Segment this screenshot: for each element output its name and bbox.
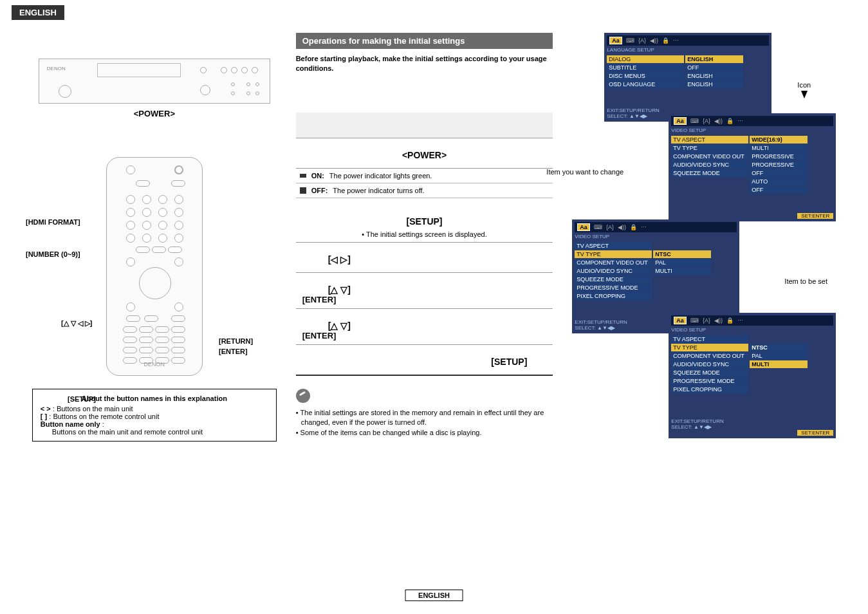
step-setup: [SETUP] • The initial settings screen is… [296,202,553,243]
osd-footer: EXIT:SETUP/RETURN SELECT: ▲▼◀▶ SET:ENTER [671,413,833,436]
remote-button [126,257,135,266]
remote-num [142,195,151,204]
remote-num [158,208,167,217]
device-display [97,63,181,77]
remote-button [174,208,183,217]
setup-right: [SETUP] [296,357,553,367]
off-icon [300,187,306,194]
osd-row: PIXEL CROPPING [575,292,737,300]
callout-number: [NUMBER (0~9)] [26,250,80,258]
osd-row: SQUEEZE MODEOFF [671,169,833,177]
about-sym: [ ] [41,413,47,420]
intro-text: Before starting playback, make the initi… [296,54,553,74]
remote-button [174,221,183,230]
ud-title: [△ ▽] [296,284,553,295]
power-on-row: ON: The power indicator lights green. [296,169,553,183]
remote-button [155,347,169,353]
remote-button [126,165,135,174]
left-column: DENON <POWER> [19,33,290,442]
osd-language-setup: Aa⌨{A}◀))🔒⋯ LANGUAGE SETUP DIALOGENGLISH… [604,33,771,122]
remote-button [171,337,185,343]
osd-row: COMPONENT VIDEO OUTPAL [575,259,737,266]
about-text: : Buttons on the remote control unit [49,413,159,420]
remote-button [126,302,135,312]
device-brand: DENON [47,66,66,71]
osd-row: OSD LANGUAGEENGLISH [607,80,769,88]
osd-row: PROGRESSIVE MODE [671,377,833,385]
remote-control: DENON [106,157,203,376]
osd-title: VIDEO SETUP [671,327,833,333]
osd-row: TV ASPECT [671,335,833,343]
remote-button [174,165,183,174]
about-sym: < > [41,405,51,413]
item-change-callout: Item you want to change [546,168,623,176]
setup-title: [SETUP] [296,216,553,227]
page-header: ENGLISH [12,5,64,20]
callout-enter: [ENTER] [219,348,248,355]
section-title: Operations for making the initial settin… [296,33,553,49]
callout-return: [RETURN] [219,337,253,345]
step-ud-enter: [△ ▽] [ENTER] [296,277,553,309]
osd-row: TV ASPECTWIDE(16:9) [671,136,833,144]
enter-label: [ENTER] [296,295,553,304]
remote-button [123,347,137,353]
remote-button [123,337,137,343]
osd-row: AUDIO/VIDEO SYNCMULTI [575,267,737,275]
on-icon [300,174,306,178]
lr-title: [◁ ▷] [296,254,553,265]
remote-brand: DENON [107,361,202,367]
osd-row: SQUEEZE MODE [671,369,833,377]
notes-section: The initial settings are stored in the m… [296,376,553,438]
remote-button [171,347,185,353]
osd-tabs: Aa⌨{A}◀))🔒⋯ [575,222,737,232]
osd-title: VIDEO SETUP [671,127,833,133]
off-label: OFF: [311,187,328,194]
remote-button [144,315,158,322]
remote-num [126,234,135,243]
osd-row: DISC MENUSENGLISH [607,72,769,80]
callout-dpad: [△ ▽ ◁ ▷] [61,319,93,328]
page-footer: ENGLISH [405,590,463,601]
note-item: The initial settings are stored in the m… [296,408,553,428]
middle-column: Operations for making the initial settin… [290,33,560,442]
ud-title-2: [△ ▽] [296,321,553,331]
power-off-row: OFF: The power indicator turns off. [296,183,553,198]
remote-button [158,234,167,243]
right-column: Icon Item you want to change Item to be … [559,33,849,442]
osd-row: AUTO [671,178,833,185]
off-text: The power indicator turns off. [333,187,424,194]
remote-button [136,180,150,187]
remote-button [174,234,183,243]
device-dot [246,91,250,95]
osd-row: COMPONENT VIDEO OUTPAL [671,352,833,360]
step-ud-enter-2: [△ ▽] [ENTER] [296,313,553,345]
remote-button [174,195,183,204]
device-button [221,67,227,73]
remote-num [158,195,167,204]
osd-tabs: Aa⌨{A}◀))🔒⋯ [607,35,769,46]
osd-title: LANGUAGE SETUP [607,47,769,53]
callout-hdmi: [HDMI FORMAT] [26,218,80,226]
remote-button [123,326,137,333]
device-dot [255,82,259,86]
remote-button [171,326,185,333]
remote-button [139,347,153,353]
osd-row: TV TYPENTSC [671,344,833,351]
remote-num [126,221,135,230]
remote-button [171,315,185,322]
enter-label-2: [ENTER] [296,331,553,340]
device-dot [231,91,235,95]
about-row: Button name only : [41,420,268,428]
device-button [252,67,258,73]
about-text: Buttons on the main unit and remote cont… [41,428,268,436]
about-text: : Buttons on the main unit [53,405,133,413]
remote-num [142,208,151,217]
remote-button [139,326,153,333]
osd-title: VIDEO SETUP [575,234,737,239]
remote-button [155,337,169,343]
osd-video-setup-3: Aa⌨{A}◀))🔒⋯ VIDEO SETUP TV ASPECT TV TYP… [669,313,836,438]
device-button [231,67,237,73]
step-lr: [◁ ▷] [296,247,553,273]
osd-row: AUDIO/VIDEO SYNCPROGRESSIVE [671,161,833,169]
remote-num [126,195,135,204]
